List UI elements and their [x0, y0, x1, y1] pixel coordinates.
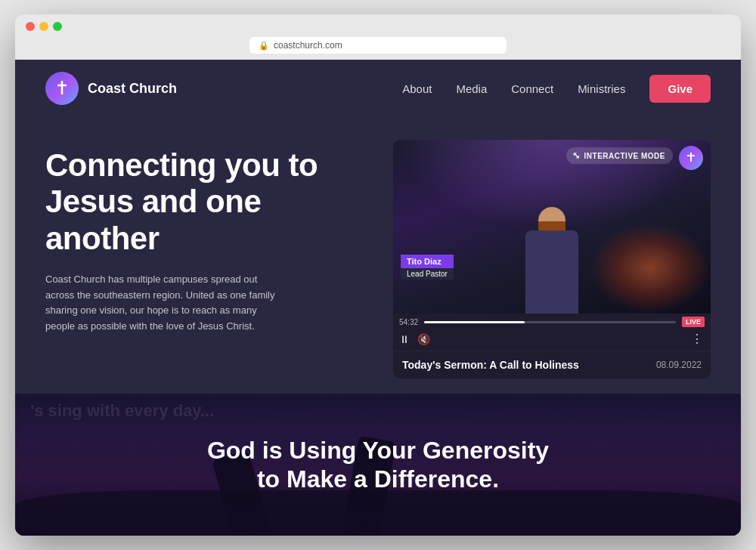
interactive-mode-badge[interactable]: ⤡ INTERACTIVE MODE [566, 147, 673, 164]
nav-links: About Media Connect Ministries Give [402, 75, 711, 103]
mute-button[interactable]: 🔇 [417, 333, 430, 345]
url-text: coastchurch.com [274, 40, 342, 51]
play-pause-button[interactable]: ⏸ [399, 333, 410, 345]
video-logo [679, 146, 703, 170]
video-player[interactable]: ⤡ INTERACTIVE MODE Tito Diaz [393, 140, 711, 379]
website-content: Coast Church About Media Connect Ministr… [15, 60, 741, 536]
nav-connect[interactable]: Connect [511, 82, 553, 95]
nav-about[interactable]: About [402, 82, 432, 95]
traffic-light-close[interactable] [26, 22, 35, 31]
logo-area[interactable]: Coast Church [45, 72, 177, 105]
expand-icon: ⤡ [572, 150, 581, 161]
speaker-body [525, 230, 578, 314]
browser-controls [26, 22, 730, 31]
hero-section: Connecting you to Jesus and one another … [15, 117, 741, 394]
speaker-name: Tito Diaz [401, 255, 454, 268]
video-logo-icon [684, 151, 698, 165]
video-controls: 54:32 LIVE ⏸ 🔇 ⋮ [393, 314, 711, 351]
address-bar[interactable]: 🔒 coastchurch.com [249, 37, 507, 54]
logo-circle [45, 72, 79, 105]
progress-bar[interactable] [424, 321, 676, 323]
controls-row: ⏸ 🔇 ⋮ [399, 330, 705, 349]
cloud-effect [590, 223, 711, 314]
traffic-light-minimize[interactable] [39, 22, 48, 31]
traffic-light-maximize[interactable] [53, 22, 62, 31]
bottom-section: 's sing with every day... God is Using Y… [15, 394, 741, 536]
more-options-button[interactable]: ⋮ [691, 332, 705, 346]
sermon-info: Today's Sermon: A Call to Holiness 08.09… [393, 351, 711, 379]
sermon-date: 08.09.2022 [656, 360, 702, 370]
logo-name: Coast Church [88, 81, 177, 97]
video-section: ⤡ INTERACTIVE MODE Tito Diaz [393, 140, 711, 379]
interactive-label: INTERACTIVE MODE [584, 152, 665, 160]
live-badge: LIVE [682, 317, 705, 327]
nav-media[interactable]: Media [456, 82, 487, 95]
progress-row: 54:32 LIVE [399, 317, 705, 327]
generosity-line1: God is Using Your Generosity [207, 437, 549, 464]
navbar: Coast Church About Media Connect Ministr… [15, 60, 741, 117]
hero-description: Coast Church has multiple campuses sprea… [45, 272, 287, 335]
controls-left: ⏸ 🔇 [399, 333, 430, 345]
sermon-title: Today's Sermon: A Call to Holiness [402, 359, 579, 371]
generosity-line2: to Make a Difference. [257, 465, 499, 493]
give-button[interactable]: Give [649, 75, 711, 103]
video-frame: ⤡ INTERACTIVE MODE Tito Diaz [393, 140, 711, 314]
browser-chrome: 🔒 coastchurch.com [15, 14, 741, 60]
progress-fill [424, 321, 525, 323]
generosity-heading: God is Using Your Generosity to Make a D… [207, 436, 549, 494]
time-current: 54:32 [399, 318, 418, 326]
lock-icon: 🔒 [259, 41, 269, 51]
logo-icon [51, 78, 73, 99]
browser-window: 🔒 coastchurch.com Coast Church About Med… [15, 14, 741, 536]
hero-text: Connecting you to Jesus and one another … [45, 140, 363, 335]
hero-heading: Connecting you to Jesus and one another [45, 147, 363, 257]
nav-ministries[interactable]: Ministries [578, 82, 625, 95]
speaker-title: Lead Pastor [401, 268, 454, 280]
lower-third: Tito Diaz Lead Pastor [401, 255, 454, 280]
